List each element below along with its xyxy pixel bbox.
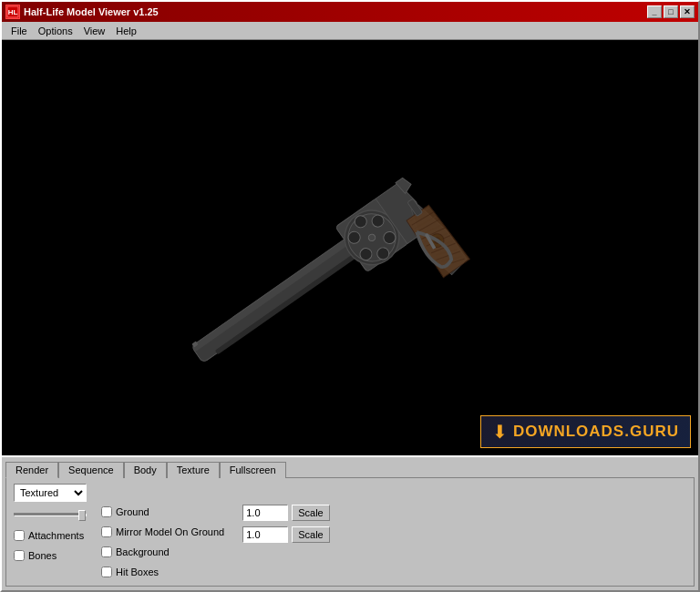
slider-thumb[interactable] <box>78 510 86 521</box>
svg-text:HL: HL <box>8 8 18 16</box>
mirror-label: Mirror Model On Ground <box>116 526 224 537</box>
slider-row <box>14 505 87 524</box>
minimize-button[interactable]: _ <box>647 5 662 18</box>
menu-file[interactable]: File <box>5 25 33 37</box>
scale-row-2: Scale <box>242 526 330 544</box>
watermark: ⬇ DOWNLOADS.GURU <box>480 415 691 448</box>
tab-render[interactable]: Render <box>5 462 58 478</box>
mirror-checkbox[interactable] <box>101 526 112 537</box>
tab-fullscreen[interactable]: Fullscreen <box>220 462 286 478</box>
menu-bar: File Options View Help <box>2 22 698 40</box>
hitboxes-row: Hit Boxes <box>101 564 224 580</box>
scale-row-1: Scale <box>242 504 330 522</box>
title-bar: HL Half-Life Model Viewer v1.25 _ □ ✕ <box>2 2 698 22</box>
maximize-button[interactable]: □ <box>664 5 678 18</box>
bones-row: Bones <box>14 547 87 564</box>
watermark-text: DOWNLOADS.GURU <box>513 423 679 441</box>
middle-controls: Ground Mirror Model On Ground Background <box>101 484 224 580</box>
controls-row: Textured Wireframe Flat Shaded Smooth Sh… <box>14 484 686 580</box>
menu-help[interactable]: Help <box>110 25 142 37</box>
bottom-panel: Render Sequence Body Texture Fullscreen … <box>2 455 698 590</box>
main-window: HL Half-Life Model Viewer v1.25 _ □ ✕ Fi… <box>0 0 700 592</box>
window-title: Half-Life Model Viewer v1.25 <box>24 6 159 17</box>
attachments-label: Attachments <box>28 530 84 541</box>
scale-button-1[interactable]: Scale <box>292 505 330 521</box>
menu-options[interactable]: Options <box>33 25 78 37</box>
ground-row: Ground <box>101 504 224 520</box>
render-mode-dropdown[interactable]: Textured Wireframe Flat Shaded Smooth Sh… <box>14 484 87 502</box>
background-checkbox[interactable] <box>101 546 112 557</box>
left-controls: Textured Wireframe Flat Shaded Smooth Sh… <box>14 484 87 564</box>
background-label: Background <box>116 546 170 557</box>
tab-body[interactable]: Body <box>124 462 167 478</box>
hitboxes-label: Hit Boxes <box>116 566 159 577</box>
background-row: Background <box>101 544 224 560</box>
model-viewport: ⬇ DOWNLOADS.GURU <box>2 40 698 455</box>
tab-sequence[interactable]: Sequence <box>58 462 124 478</box>
attachments-checkbox[interactable] <box>14 530 25 541</box>
ground-label: Ground <box>116 506 149 517</box>
hitboxes-checkbox[interactable] <box>101 566 112 577</box>
download-icon: ⬇ <box>492 421 508 443</box>
scale-input-2[interactable] <box>242 526 288 543</box>
bones-label: Bones <box>28 550 57 561</box>
title-buttons: _ □ ✕ <box>647 5 695 18</box>
scale-button-2[interactable]: Scale <box>292 526 330 543</box>
tab-bar: Render Sequence Body Texture Fullscreen <box>5 461 695 477</box>
app-icon: HL <box>5 5 20 19</box>
menu-view[interactable]: View <box>78 25 111 37</box>
scale-group: Scale Scale <box>242 484 330 544</box>
tab-texture[interactable]: Texture <box>167 462 220 478</box>
tab-content-render: Textured Wireframe Flat Shaded Smooth Sh… <box>5 477 695 587</box>
slider-track[interactable] <box>14 513 87 516</box>
attachments-row: Attachments <box>14 527 87 544</box>
scale-input-1[interactable] <box>242 505 288 521</box>
render-mode-wrapper: Textured Wireframe Flat Shaded Smooth Sh… <box>14 484 87 502</box>
mirror-row: Mirror Model On Ground <box>101 524 224 540</box>
ground-checkbox[interactable] <box>101 506 112 517</box>
bones-checkbox[interactable] <box>14 550 25 561</box>
title-bar-left: HL Half-Life Model Viewer v1.25 <box>5 5 159 19</box>
close-button[interactable]: ✕ <box>680 5 695 18</box>
